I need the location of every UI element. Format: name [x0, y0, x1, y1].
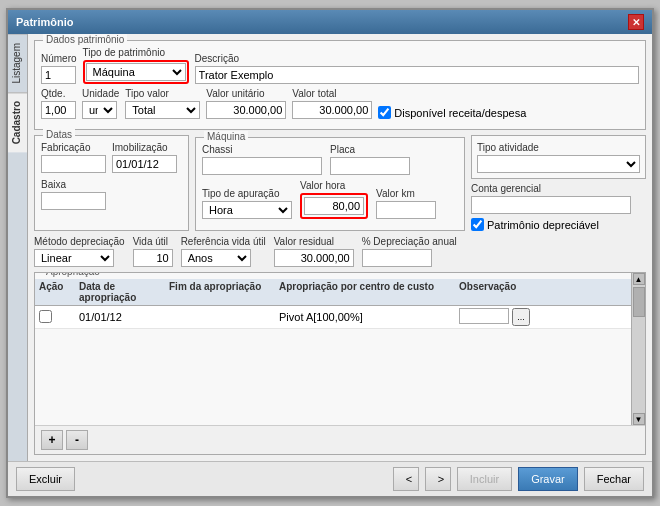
numero-input[interactable]: [41, 66, 76, 84]
fabricacao-input[interactable]: [41, 155, 106, 173]
maquina-label: Máquina: [204, 131, 248, 142]
dep-anual-input[interactable]: [362, 249, 432, 267]
apropriacao-section: Apropriação Ação Data de apropriação Fim…: [34, 272, 646, 455]
valor-residual-group: Valor residual: [274, 236, 354, 267]
referencia-vida-select[interactable]: Anos: [181, 249, 251, 267]
scroll-up[interactable]: ▲: [633, 273, 645, 285]
datas-section: Datas Fabricação Imobilização Baixa: [34, 135, 189, 231]
excluir-button[interactable]: Excluir: [16, 467, 75, 491]
tipo-apuracao-label: Tipo de apuração: [202, 188, 292, 199]
metodo-depreciacao-select[interactable]: Linear: [34, 249, 114, 267]
qtde-group: Qtde.: [41, 88, 76, 119]
row-acao: [39, 310, 79, 325]
fabricacao-label: Fabricação: [41, 142, 106, 153]
remove-row-button[interactable]: -: [66, 430, 88, 450]
tipo-atividade-select[interactable]: [477, 155, 640, 173]
patrimonio-depreciavel-row: Patrimônio depreciável: [471, 218, 646, 231]
col-header-data-aprop: Data de apropriação: [79, 281, 169, 303]
main-window: Patrimônio ✕ Listagem Cadastro Dados pat…: [6, 8, 654, 498]
side-tabs: Listagem Cadastro: [8, 34, 28, 461]
fab-imob-row: Fabricação Imobilização: [41, 142, 182, 173]
maquina-section: Máquina Chassi Placa Tipo de a: [195, 137, 465, 231]
table-area: Ação Data de apropriação Fim da apropria…: [35, 273, 645, 425]
numero-group: Número: [41, 53, 77, 84]
valor-hora-input[interactable]: [304, 197, 364, 215]
baixa-input[interactable]: [41, 192, 106, 210]
middle-row: Datas Fabricação Imobilização Baixa: [34, 135, 646, 231]
row-centro: Pivot A[100,00%]: [279, 311, 459, 323]
descricao-input[interactable]: [195, 66, 639, 84]
tipo-patrimonio-select[interactable]: Máquina: [86, 63, 186, 81]
fechar-button[interactable]: Fechar: [584, 467, 644, 491]
valor-km-label: Valor km: [376, 188, 436, 199]
gravar-button[interactable]: Gravar: [518, 467, 578, 491]
nav-prev-button[interactable]: <: [393, 467, 419, 491]
sidebar-item-listagem[interactable]: Listagem: [8, 34, 27, 92]
descricao-group: Descrição: [195, 53, 639, 84]
disponivel-checkbox[interactable]: [378, 106, 391, 119]
imobilizacao-input[interactable]: [112, 155, 177, 173]
placa-input[interactable]: [330, 157, 410, 175]
valor-total-input[interactable]: [292, 101, 372, 119]
scroll-down[interactable]: ▼: [633, 413, 645, 425]
col-header-centro: Apropriação por centro de custo: [279, 281, 459, 303]
col-header-acao: Ação: [39, 281, 79, 303]
dados-section-label: Dados patrimônio: [43, 34, 127, 45]
chassi-group: Chassi: [202, 144, 322, 175]
dep-anual-group: % Depreciação anual: [362, 236, 457, 267]
chassi-placa-row: Chassi Placa: [202, 144, 458, 175]
valor-residual-input[interactable]: [274, 249, 354, 267]
unidade-group: Unidade un: [82, 88, 119, 119]
conta-gerencial-input[interactable]: [471, 196, 631, 214]
disponivel-label: Disponível receita/despesa: [394, 107, 526, 119]
chassi-input[interactable]: [202, 157, 322, 175]
metodo-row: Método depreciação Linear Vida útil Refe…: [34, 236, 646, 267]
apropriacao-label: Apropriação: [43, 272, 103, 277]
tipo-apuracao-group: Tipo de apuração Hora: [202, 188, 292, 219]
sidebar-item-cadastro[interactable]: Cadastro: [8, 92, 27, 152]
add-row-button[interactable]: +: [41, 430, 63, 450]
incluir-button[interactable]: Incluir: [457, 467, 512, 491]
qtde-input[interactable]: [41, 101, 76, 119]
metodo-input-row: Linear: [34, 249, 125, 267]
right-col: Tipo atividade Conta gerencial Patrimôni…: [471, 135, 646, 231]
row-numero-tipo: Número Tipo de patrimônio Máquina Descri…: [41, 47, 639, 84]
valor-unitario-label: Valor unitário: [206, 88, 286, 99]
metodo-depreciacao-label: Método depreciação: [34, 236, 125, 247]
nav-next-button[interactable]: >: [425, 467, 451, 491]
row-obs-input[interactable]: [459, 308, 509, 324]
valor-unitario-input[interactable]: [206, 101, 286, 119]
table-header: Ação Data de apropriação Fim da apropria…: [35, 279, 631, 306]
tipo-atividade-section: Tipo atividade: [471, 135, 646, 179]
form-area: Dados patrimônio Número Tipo de patrimôn…: [28, 34, 652, 461]
vida-util-input[interactable]: [133, 249, 173, 267]
valor-total-group: Valor total: [292, 88, 372, 119]
unidade-select[interactable]: un: [82, 101, 117, 119]
row-data-aprop: 01/01/12: [79, 311, 169, 323]
patrimonio-depreciavel-checkbox[interactable]: [471, 218, 484, 231]
valor-km-input[interactable]: [376, 201, 436, 219]
chassi-label: Chassi: [202, 144, 322, 155]
dados-patrimonio-section: Dados patrimônio Número Tipo de patrimôn…: [34, 40, 646, 130]
scroll-bar[interactable]: ▲ ▼: [631, 273, 645, 425]
tipo-apuracao-select[interactable]: Hora: [202, 201, 292, 219]
footer-left: Excluir: [16, 467, 75, 491]
row-obs-btn[interactable]: ...: [512, 308, 530, 326]
row-checkbox[interactable]: [39, 310, 52, 323]
scroll-thumb[interactable]: [633, 287, 645, 317]
tipo-valor-group: Tipo valor Total: [125, 88, 200, 119]
col-header-fim-aprop: Fim da apropriação: [169, 281, 279, 303]
valor-km-group: Valor km: [376, 188, 436, 219]
title-bar: Patrimônio ✕: [8, 10, 652, 34]
add-remove-row: + -: [35, 425, 645, 454]
tipo-apu-row: Tipo de apuração Hora Valor hora: [202, 180, 458, 219]
tipo-valor-select[interactable]: Total: [125, 101, 200, 119]
disponivel-checkbox-row: Disponível receita/despesa: [378, 106, 526, 119]
tipo-patrimonio-group: Tipo de patrimônio Máquina: [83, 47, 189, 84]
col-header-obs: Observação: [459, 281, 627, 303]
patrimonio-depreciavel-label: Patrimônio depreciável: [487, 219, 599, 231]
tipo-atividade-label: Tipo atividade: [477, 142, 539, 153]
descricao-label: Descrição: [195, 53, 639, 64]
footer-right: < > Incluir Gravar Fechar: [393, 467, 644, 491]
close-button[interactable]: ✕: [628, 14, 644, 30]
